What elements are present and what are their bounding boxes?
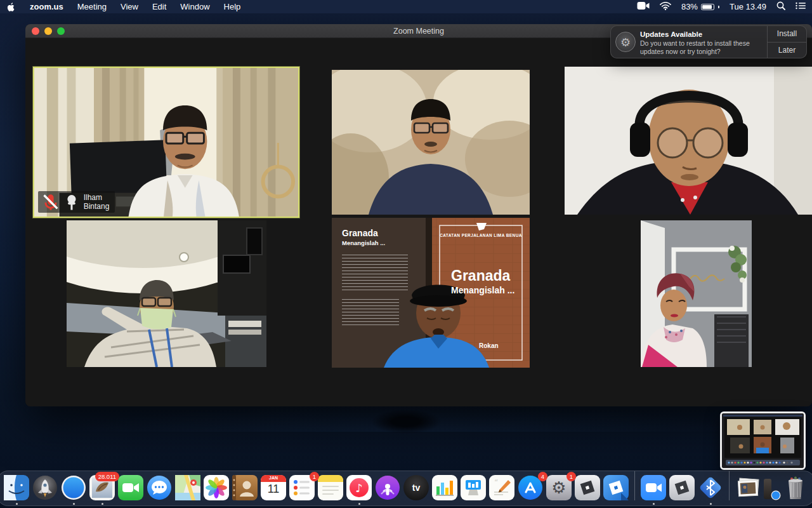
book-front-title: Granada xyxy=(451,267,510,284)
dock-numbers-icon[interactable] xyxy=(432,475,457,500)
zoom-meeting-window: Zoom Meeting xyxy=(25,24,812,406)
book-back-subtitle: Menangislah ... xyxy=(342,239,385,246)
maps-icon xyxy=(175,475,200,500)
menu-bar: zoom.us Meeting View Edit Window Help xyxy=(0,0,812,13)
participant-video-3 xyxy=(565,67,812,215)
trash-icon xyxy=(783,475,808,500)
safari-icon xyxy=(61,475,86,500)
dock-contacts-icon[interactable] xyxy=(232,475,258,500)
book-back-title: Granada xyxy=(342,228,378,238)
video-tile-participant-3[interactable] xyxy=(565,67,812,215)
battery-icon xyxy=(701,4,714,10)
zoom-app-icon xyxy=(641,475,666,500)
photos-icon xyxy=(204,475,229,500)
apple-tv-label: tv xyxy=(412,483,420,493)
dock-launchpad-icon[interactable] xyxy=(32,475,58,500)
battery-status[interactable]: 83% xyxy=(681,2,719,11)
running-indicator xyxy=(102,503,103,505)
dock-trash-icon[interactable] xyxy=(783,475,808,500)
svg-text:♪: ♪ xyxy=(355,481,363,495)
pin-icon xyxy=(63,193,81,211)
dock-mail-icon[interactable]: 28.011 xyxy=(89,475,115,500)
dock-keynote-icon[interactable] xyxy=(461,475,486,500)
dock-app-store-icon[interactable]: 4 xyxy=(518,475,543,500)
dock-messages-icon[interactable] xyxy=(147,475,172,500)
messages-icon xyxy=(147,475,172,500)
dock-roblox-player-icon[interactable] xyxy=(669,475,695,500)
menu-window[interactable]: Window xyxy=(180,2,209,11)
battery-nub xyxy=(718,6,719,8)
dock-zoom-icon[interactable] xyxy=(641,475,666,500)
numbers-icon xyxy=(432,475,457,500)
later-button[interactable]: Later xyxy=(768,42,806,58)
menubar-clock[interactable]: Tue 13.49 xyxy=(730,2,766,11)
video-tile-participant-6[interactable] xyxy=(641,220,752,367)
list-icon xyxy=(796,2,806,10)
desktop: zoom.us Meeting View Edit Window Help xyxy=(0,0,812,508)
dock-finder-icon[interactable] xyxy=(4,475,29,500)
wallpaper-rock xyxy=(371,410,441,434)
video-tile-ilham-bintang[interactable]: Ilham Bintang xyxy=(33,67,299,218)
bluetooth-icon xyxy=(698,475,723,500)
dock-apple-tv-icon[interactable]: tv xyxy=(403,475,429,500)
dock-music-icon[interactable]: ♪ xyxy=(346,475,372,500)
menubar-app-name[interactable]: zoom.us xyxy=(30,2,63,11)
search-icon xyxy=(776,1,785,10)
dock-facetime-icon[interactable] xyxy=(118,475,143,500)
video-tile-participant-4[interactable] xyxy=(67,220,266,367)
video-camera-icon xyxy=(637,1,650,10)
dock-roblox-studio-icon[interactable] xyxy=(603,475,629,500)
podcasts-icon xyxy=(375,475,400,500)
update-notification[interactable]: ⚙ Updates Available Do you want to resta… xyxy=(610,25,807,58)
participant-video-6 xyxy=(641,220,752,367)
roblox-icon xyxy=(575,475,600,500)
dock-screenshot-stack[interactable] xyxy=(735,475,761,500)
dock-safari-icon[interactable] xyxy=(61,475,86,500)
running-indicator xyxy=(653,503,655,505)
menu-edit[interactable]: Edit xyxy=(152,2,166,11)
music-icon: ♪ xyxy=(346,475,372,500)
video-tile-participant-2[interactable] xyxy=(332,70,530,215)
dock-notes-icon[interactable] xyxy=(318,475,343,500)
notification-center-icon[interactable] xyxy=(796,2,806,11)
running-indicator xyxy=(73,503,75,505)
dock-podcasts-icon[interactable] xyxy=(375,475,400,500)
dock-calendar-icon[interactable]: JAN 11 xyxy=(261,475,286,500)
mail-badge: 28.011 xyxy=(95,472,119,481)
participant-name: Ilham Bintang xyxy=(84,193,110,211)
book-back-paragraph-2 xyxy=(342,299,399,327)
dock-roblox-icon[interactable] xyxy=(575,475,600,500)
safari-mini-icon xyxy=(771,490,781,500)
notification-title: Updates Available xyxy=(640,30,764,38)
dock: 28.011 xyxy=(0,471,812,506)
video-tile-participant-5[interactable]: Granada Menangislah ... CATATAN PERJALAN… xyxy=(332,218,530,368)
dock-photos-icon[interactable] xyxy=(204,475,229,500)
screen-thumbnail-window[interactable] xyxy=(720,411,806,470)
video-gallery: Ilham Bintang xyxy=(25,38,812,406)
finder-icon xyxy=(4,475,29,500)
dock-maps-icon[interactable] xyxy=(175,475,200,500)
svg-text:“: “ xyxy=(494,478,498,487)
dock-system-preferences-icon[interactable]: 1 ⚙ xyxy=(546,475,572,500)
dock-bluetooth-icon[interactable] xyxy=(698,475,723,500)
dock-pages-icon[interactable]: “ xyxy=(489,475,514,500)
book-series-label: CATATAN PERJALANAN LIMA BENUA xyxy=(440,233,522,237)
apple-logo-icon xyxy=(6,2,16,12)
svg-text:⚙: ⚙ xyxy=(551,478,566,497)
contacts-icon xyxy=(232,475,258,500)
minimized-safari-window-badge[interactable] xyxy=(771,490,781,500)
menu-meeting[interactable]: Meeting xyxy=(77,2,107,11)
menu-view[interactable]: View xyxy=(121,2,138,11)
launchpad-icon xyxy=(32,475,58,500)
running-indicator xyxy=(358,503,360,505)
install-button[interactable]: Install xyxy=(768,26,806,42)
spotlight-search-icon[interactable] xyxy=(776,1,785,12)
screen-thumbnail xyxy=(722,413,804,468)
menubar-zoom-camera-icon[interactable] xyxy=(637,1,650,12)
apple-menu-icon[interactable] xyxy=(6,2,16,12)
facetime-icon xyxy=(118,475,143,500)
wifi-icon[interactable] xyxy=(660,2,671,12)
battery-percent: 83% xyxy=(681,2,698,11)
dock-reminders-icon[interactable]: 1 xyxy=(289,475,315,500)
menu-help[interactable]: Help xyxy=(224,2,241,11)
